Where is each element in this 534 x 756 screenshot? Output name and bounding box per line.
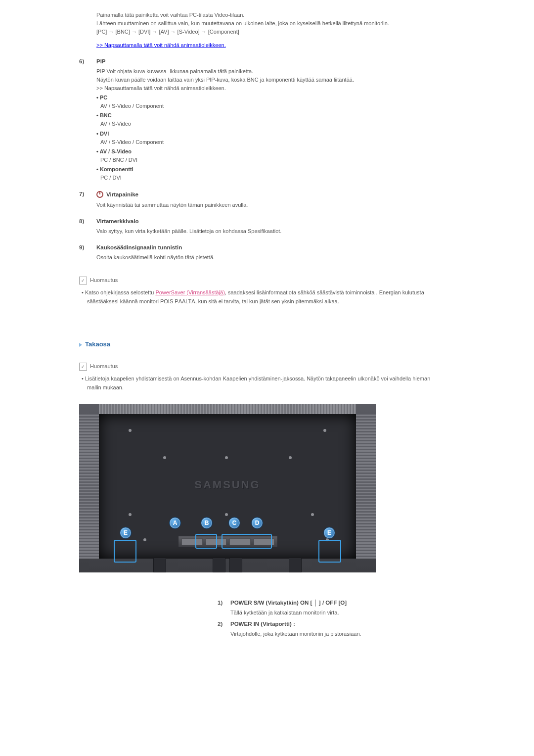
callout-right <box>318 540 341 563</box>
back-item-2-body: Virtajohdolle, joka kytketään monitoriin… <box>230 630 435 638</box>
section-8: 8) Virtamerkkivalo <box>79 218 435 224</box>
section-7-title: Virtapainike <box>96 191 138 198</box>
section-6: 6) PIP <box>79 58 435 64</box>
s6-p3[interactable]: >> Napsauttamalla tätä voit nähdä animaa… <box>96 84 435 93</box>
section-9-number: 9) <box>79 244 96 250</box>
section-8-title: Virtamerkkivalo <box>96 218 138 224</box>
foot-icon <box>213 558 225 572</box>
screw-icon <box>163 456 166 459</box>
takaosa-heading: Takaosa <box>79 340 435 348</box>
section-7: 7) Virtapainike <box>79 191 435 198</box>
foot-icon <box>153 558 166 572</box>
mode-name: Komponentti <box>100 166 134 172</box>
trim-right <box>356 414 376 559</box>
note-header-1: ✓Huomautus <box>79 277 435 284</box>
section-9: 9) Kaukosäädinsignaalin tunnistin <box>79 244 435 250</box>
callout-b <box>195 534 217 549</box>
s6-modes: • PC AV / S-Video / Component • BNC AV /… <box>96 94 435 182</box>
s8-body: Valo syttyy, kun virta kytketään päälle.… <box>96 227 435 236</box>
intro-line-2: Lähteen muuttaminen on sallittua vain, k… <box>96 19 435 28</box>
s9-body: Osoita kaukosäätimellä kohti näytön tätä… <box>96 253 435 262</box>
note-1-body: Katso ohjekirjassa selostettu PowerSaver… <box>87 288 435 306</box>
intro-sequence: [PC] → [BNC] → [DVI] → [AV] → [S-Video] … <box>96 28 435 36</box>
screw-icon <box>129 513 132 516</box>
screw-icon <box>143 538 146 541</box>
note-icon: ✓ <box>79 277 87 284</box>
screw-icon <box>311 513 314 516</box>
power-icon <box>96 191 103 198</box>
back-item-1-num: 1) <box>218 600 230 606</box>
screw-icon <box>323 429 326 432</box>
section-6-number: 6) <box>79 58 96 64</box>
screw-icon <box>289 456 292 459</box>
intro-line-1: Painamalla tätä painiketta voit vaihtaa … <box>96 11 435 19</box>
mode-opts: AV / S-Video / Component <box>100 102 435 110</box>
powersaver-link[interactable]: PowerSaver (Virransäästäjä) <box>155 289 224 295</box>
section-7-number: 7) <box>79 191 96 198</box>
animation-link-top[interactable]: >> Napsauttamalla tätä voit nähdä animaa… <box>96 41 435 49</box>
note-2-body: Lisätietoja kaapelien yhdistämisestä on … <box>87 375 435 392</box>
callout-c-d <box>222 534 272 549</box>
screw-icon <box>129 429 132 432</box>
mode-name: BNC <box>100 112 112 118</box>
screw-icon <box>225 456 228 459</box>
section-9-title: Kaukosäädinsignaalin tunnistin <box>96 244 182 250</box>
note-icon: ✓ <box>79 363 87 371</box>
mode-name: AV / S-Video <box>100 148 132 154</box>
back-item-2-title: POWER IN (Virtaportti) : <box>230 621 295 627</box>
mode-opts: AV / S-Video / Component <box>100 138 435 146</box>
triangle-icon <box>79 343 82 347</box>
callout-left <box>114 540 136 563</box>
back-items: 1) POWER S/W (Virtakytkin) ON [ │ ] / OF… <box>218 600 435 638</box>
s6-p2: Näytön kuvan päälle voidaan laittaa vain… <box>96 76 435 84</box>
back-item-2: 2) POWER IN (Virtaportti) : <box>218 621 435 627</box>
section-6-title: PIP <box>96 58 106 64</box>
back-item-1: 1) POWER S/W (Virtakytkin) ON [ │ ] / OF… <box>218 600 435 606</box>
mode-name: PC <box>100 94 107 100</box>
trim-left <box>79 414 99 559</box>
back-item-1-title: POWER S/W (Virtakytkin) ON [ │ ] / OFF [… <box>230 600 347 606</box>
note-header-2: ✓Huomautus <box>79 363 435 371</box>
section-8-number: 8) <box>79 218 96 224</box>
foot-icon <box>229 558 242 572</box>
trim-top <box>99 404 356 414</box>
s6-p1: PIP Voit ohjata kuva kuvassa -ikkunaa pa… <box>96 67 435 76</box>
screw-icon <box>225 513 228 516</box>
foot-icon <box>289 558 302 572</box>
mode-opts: AV / S-Video <box>100 120 435 128</box>
mode-opts: PC / DVI <box>100 174 435 182</box>
back-item-1-body: Tällä kytketään ja katkaistaan monitorin… <box>230 609 435 617</box>
s7-body: Voit käynnistää tai sammuttaa näytön täm… <box>96 201 435 209</box>
mode-opts: PC / BNC / DVI <box>100 156 435 164</box>
back-item-2-num: 2) <box>218 621 230 627</box>
mode-name: DVI <box>100 131 109 137</box>
rear-view-diagram: SAMSUNG A B <box>79 404 376 572</box>
brand-label: SAMSUNG <box>99 478 356 491</box>
